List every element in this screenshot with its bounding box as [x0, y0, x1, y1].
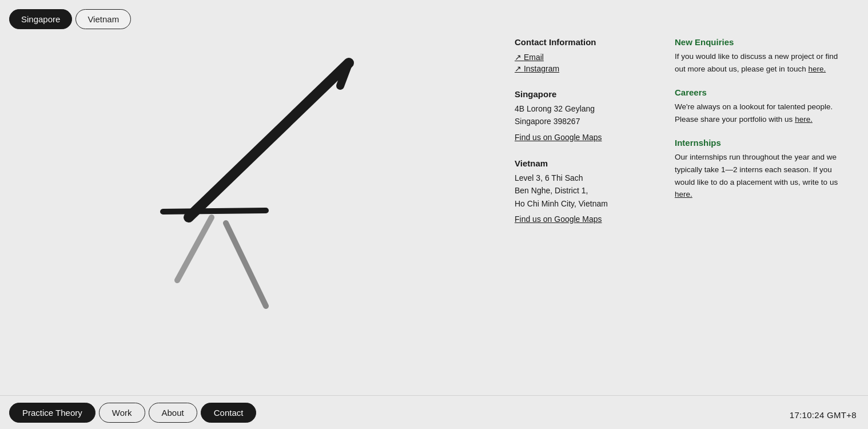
new-enquiries-link[interactable]: here.	[808, 65, 826, 73]
email-link[interactable]: Email	[515, 53, 640, 62]
right-panel: Contact Information Email Instagram Sing…	[515, 37, 846, 224]
svg-line-2	[177, 217, 212, 280]
singapore-title: Singapore	[515, 89, 640, 99]
vietnam-address-section: Vietnam Level 3, 6 Thi Sach Ben Nghe, Di…	[515, 158, 640, 224]
nav-work[interactable]: Work	[99, 403, 145, 423]
vietnam-toggle-button[interactable]: Vietnam	[75, 9, 131, 29]
new-enquiries-text: If you would like to discuss a new proje…	[675, 50, 846, 75]
vietnam-maps-link[interactable]: Find us on Google Maps	[515, 214, 602, 224]
nav-contact[interactable]: Contact	[201, 403, 257, 423]
singapore-address-section: Singapore 4B Lorong 32 Geylang Singapore…	[515, 89, 640, 142]
singapore-maps-link[interactable]: Find us on Google Maps	[515, 133, 602, 142]
clock-display: 17:10:24 GMT+8	[790, 410, 857, 420]
svg-line-3	[226, 223, 266, 306]
nav-practice-theory[interactable]: Practice Theory	[9, 403, 95, 423]
singapore-toggle-button[interactable]: Singapore	[9, 9, 72, 29]
new-enquiries-title: New Enquiries	[675, 37, 846, 47]
instagram-link[interactable]: Instagram	[515, 64, 640, 73]
careers-title: Careers	[675, 88, 846, 97]
nav-about[interactable]: About	[149, 403, 197, 423]
internships-link[interactable]: here.	[675, 190, 692, 198]
info-column: New Enquiries If you would like to discu…	[675, 37, 846, 224]
logo-illustration	[143, 57, 400, 343]
contact-column: Contact Information Email Instagram Sing…	[515, 37, 640, 224]
internships-section: Internships Our internships run througho…	[675, 138, 846, 200]
careers-link[interactable]: here.	[795, 115, 813, 124]
nav-items: Practice Theory Work About Contact	[9, 403, 256, 423]
location-toggle: Singapore Vietnam	[9, 9, 131, 29]
vietnam-address: Level 3, 6 Thi Sach Ben Nghe, District 1…	[515, 172, 640, 210]
contact-info-title: Contact Information	[515, 37, 640, 47]
singapore-address: 4B Lorong 32 Geylang Singapore 398267	[515, 102, 640, 128]
svg-line-0	[189, 63, 349, 217]
internships-text: Our internships run throughout the year …	[675, 151, 846, 200]
careers-text: We're always on a lookout for talented p…	[675, 101, 846, 125]
internships-title: Internships	[675, 138, 846, 148]
bottom-nav: Practice Theory Work About Contact 17:10…	[0, 396, 868, 429]
careers-section: Careers We're always on a lookout for ta…	[675, 88, 846, 125]
vietnam-title: Vietnam	[515, 158, 640, 168]
contact-info-section: Contact Information Email Instagram	[515, 37, 640, 73]
new-enquiries-section: New Enquiries If you would like to discu…	[675, 37, 846, 75]
svg-line-1	[163, 210, 266, 212]
